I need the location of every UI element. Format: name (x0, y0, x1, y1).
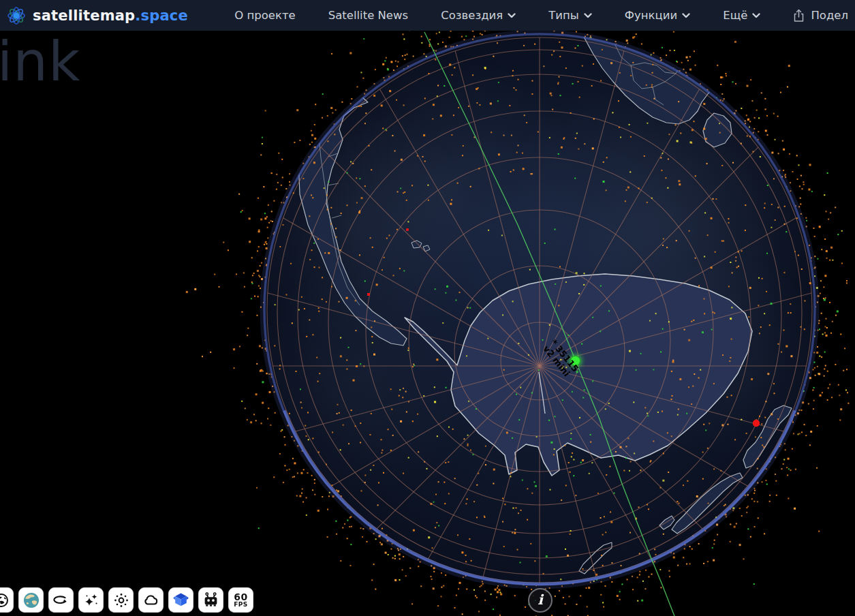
chevron-down-icon (752, 13, 760, 18)
globe-wireframe-button[interactable] (0, 587, 14, 613)
fps-indicator: 60 FPS (234, 593, 248, 608)
constellation-watermark: ink (0, 30, 80, 93)
nav-item-functions[interactable]: Функции (625, 9, 690, 22)
clouds-icon (142, 591, 159, 609)
map-toolbar: 60 FPS (0, 587, 253, 613)
cube-3d-icon (172, 591, 189, 609)
share-icon (793, 9, 805, 22)
robot-icon (202, 591, 219, 609)
info-button[interactable]: i (528, 588, 553, 613)
sparkles-icon (83, 592, 99, 609)
rotate-orbit-icon (53, 592, 69, 609)
top-nav: satellitemap.space О проекте Satellite N… (0, 0, 855, 31)
sun-toggle-button[interactable] (108, 587, 134, 613)
site-title: satellitemap.space (33, 7, 188, 24)
brand-logo-link[interactable]: satellitemap.space (7, 6, 188, 25)
stars-toggle-button[interactable] (78, 587, 104, 613)
globe-wireframe-icon (0, 592, 10, 609)
chevron-down-icon (508, 13, 516, 18)
nav-item-types[interactable]: Типы (548, 9, 592, 22)
nav-item-more[interactable]: Ещё (723, 9, 760, 22)
chevron-down-icon (682, 13, 690, 18)
rotation-toggle-button[interactable] (48, 587, 74, 613)
globe-map[interactable] (0, 31, 855, 616)
3d-view-button[interactable] (168, 587, 193, 613)
nav-item-about[interactable]: О проекте (234, 9, 295, 22)
atom-logo-icon (7, 6, 26, 25)
nav-item-constellations[interactable]: Созвездия (441, 9, 516, 22)
nav-item-satellite-news[interactable]: Satellite News (328, 9, 408, 22)
robot-mode-button[interactable] (198, 587, 223, 613)
earth-icon (22, 591, 40, 609)
clouds-toggle-button[interactable] (138, 587, 164, 613)
earth-texture-button[interactable] (18, 587, 44, 613)
fps-indicator-button[interactable]: 60 FPS (228, 587, 253, 613)
info-icon: i (538, 591, 543, 608)
share-button[interactable]: Подел (793, 9, 848, 22)
app-stage: ink * 35115 v2 mini satellitemap.space О… (0, 0, 855, 616)
chevron-down-icon (584, 13, 592, 18)
nav-menu: О проекте Satellite News Созвездия Типы … (234, 9, 848, 22)
sun-icon (113, 592, 129, 609)
